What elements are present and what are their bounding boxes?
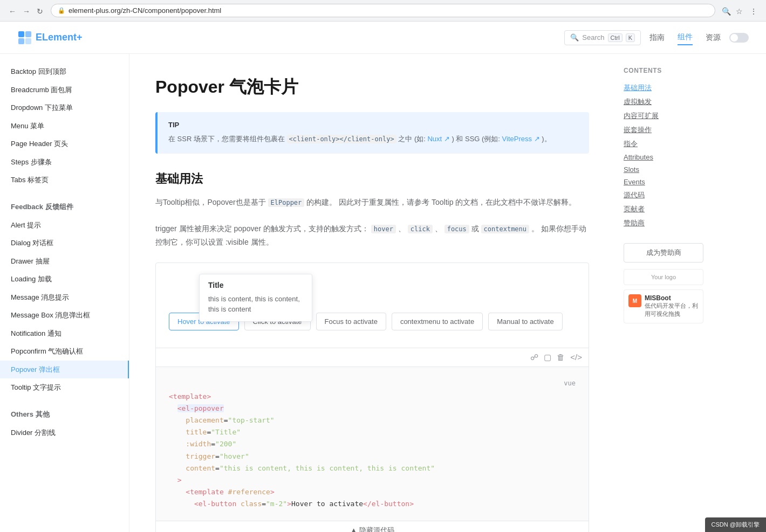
- nav-item-components[interactable]: 组件: [678, 30, 693, 45]
- sidebar-item-tabs[interactable]: Tabs 标签页: [0, 171, 129, 189]
- sidebar-item-popconfirm[interactable]: Popconfirm 气泡确认框: [0, 342, 129, 361]
- theme-toggle[interactable]: [729, 33, 749, 43]
- nav-item-guide[interactable]: 指南: [649, 31, 665, 45]
- become-sponsor-button[interactable]: 成为赞助商: [624, 243, 703, 262]
- sidebar-item-breadcrumb[interactable]: Breadcrumb 面包屑: [0, 81, 129, 99]
- toc-item-directive[interactable]: 指令: [624, 137, 703, 151]
- search-kbd-k: K: [626, 33, 635, 42]
- sponsor-name: MISBoot: [645, 294, 699, 302]
- forward-icon[interactable]: →: [23, 7, 30, 15]
- toc-item-source[interactable]: 源代码: [624, 188, 703, 202]
- bookmark-icon[interactable]: ☆: [736, 7, 743, 15]
- sidebar: Backtop 回到顶部 Breadcrumb 面包屑 Dropdown 下拉菜…: [0, 54, 129, 532]
- svg-rect-2: [18, 38, 24, 44]
- main-content: Popover 气泡卡片 TIP 在 SSR 场景下，您需要将组件包裹在 <cl…: [129, 54, 615, 532]
- sidebar-item-notification[interactable]: Notification 通知: [0, 324, 129, 343]
- copy-icon[interactable]: ▢: [544, 353, 551, 362]
- logo-text: ELement+: [36, 32, 83, 43]
- search-icon: 🔍: [570, 33, 579, 42]
- nav-item-resources[interactable]: 资源: [706, 31, 721, 45]
- section1-code-click: click: [408, 225, 433, 233]
- logo-area[interactable]: ELement+: [17, 30, 83, 45]
- popover-popup: Title this is content, this is content, …: [199, 274, 312, 322]
- sidebar-item-popover[interactable]: Popover 弹出框: [0, 361, 129, 379]
- sponsor-icon-misboot: M: [628, 294, 641, 307]
- url-bar[interactable]: 🔒 element-plus.org/zh-CN/component/popov…: [51, 4, 715, 17]
- code-lang-badge: vue: [169, 378, 576, 389]
- tip-link-nuxt[interactable]: Nuxt ↗: [427, 135, 449, 143]
- sidebar-item-loading[interactable]: Loading 加载: [0, 270, 129, 288]
- section1-desc: 与Tooltip相似，Popover也是基于 ElPopper 的构建。 因此对…: [155, 196, 589, 209]
- menu-icon[interactable]: ⋮: [750, 7, 757, 15]
- search-bar[interactable]: 🔍 Search Ctrl K: [564, 30, 641, 45]
- toc-title: CONTENTS: [624, 67, 703, 74]
- tip-text-middle2: ) 和 SSG (例如:: [452, 135, 502, 143]
- delete-icon[interactable]: 🗑: [557, 353, 565, 362]
- csdn-badge: CSDN @卸载引擎: [712, 521, 760, 528]
- section1-desc-part1: 与Tooltip相似，Popover也是基于: [155, 198, 268, 206]
- logo-icon: [17, 30, 32, 45]
- url-text: element-plus.org/zh-CN/component/popover…: [69, 6, 221, 15]
- tip-code1: <client-only></client-only>: [287, 135, 396, 143]
- sidebar-item-dialog[interactable]: Dialog 对话框: [0, 234, 129, 252]
- section1-desc2-text: trigger 属性被用来决定 popover 的触发方式，支持的触发方式：: [155, 224, 371, 233]
- toc-item-slots[interactable]: Slots: [624, 163, 703, 176]
- toc-item-events[interactable]: Events: [624, 176, 703, 188]
- demo-area: Title this is content, this is content, …: [155, 262, 589, 532]
- sidebar-item-messagebox[interactable]: Message Box 消息弹出框: [0, 306, 129, 324]
- toc-item-content[interactable]: 内容可扩展: [624, 109, 703, 123]
- toc-item-sponsors[interactable]: 赞助商: [624, 216, 703, 230]
- sponsor-desc: 低代码开发平台，利用可视化拖拽: [645, 302, 699, 319]
- sidebar-item-dropdown[interactable]: Dropdown 下拉菜单: [0, 99, 129, 117]
- toc-item-attributes[interactable]: Attributes: [624, 151, 703, 163]
- sidebar-item-alert[interactable]: Alert 提示: [0, 216, 129, 234]
- toc-item-basic[interactable]: 基础用法: [624, 81, 703, 95]
- toc-item-nested[interactable]: 嵌套操作: [624, 123, 703, 137]
- tip-label: TIP: [168, 121, 578, 129]
- popover-title: Title: [208, 281, 303, 289]
- section1-desc2: trigger 属性被用来决定 popover 的触发方式，支持的触发方式： h…: [155, 222, 589, 249]
- code-icon[interactable]: </>: [570, 353, 582, 362]
- zoom-icon[interactable]: 🔍: [722, 7, 729, 15]
- section1-code: ElPopper: [268, 198, 305, 207]
- code-toolbar: ☍ ▢ 🗑 </>: [156, 348, 589, 367]
- sidebar-group-feedback: Feedback 反馈组件 Alert 提示 Dialog 对话框 Drawer…: [0, 198, 129, 397]
- section1-code-hover: hover: [371, 225, 396, 233]
- code-block: <template> <el-popover placement="top-st…: [169, 391, 576, 510]
- search-label: Search: [582, 33, 604, 42]
- code-area: vue <template> <el-popover placement="to…: [156, 367, 589, 521]
- page-layout: Backtop 回到顶部 Breadcrumb 面包屑 Dropdown 下拉菜…: [0, 54, 766, 532]
- hide-code-label: 隐藏源代码: [359, 526, 394, 532]
- tip-text-middle: 之中 (如:: [398, 135, 427, 143]
- section1-title: 基础用法: [155, 171, 589, 187]
- sidebar-item-message[interactable]: Message 消息提示: [0, 288, 129, 307]
- svg-rect-3: [25, 38, 31, 44]
- sidebar-item-steps[interactable]: Steps 步骤条: [0, 153, 129, 171]
- tip-content: 在 SSR 场景下，您需要将组件包裹在 <client-only></clien…: [168, 133, 578, 145]
- tip-text-prefix: 在 SSR 场景下，您需要将组件包裹在: [168, 135, 287, 143]
- copy-raw-icon[interactable]: ☍: [530, 353, 538, 362]
- sponsor-info: MISBoot 低代码开发平台，利用可视化拖拽: [645, 294, 699, 319]
- sponsor-card-misboot[interactable]: M MISBoot 低代码开发平台，利用可视化拖拽: [624, 289, 703, 323]
- sidebar-item-backtop[interactable]: Backtop 回到顶部: [0, 63, 129, 81]
- btn-contextmenu[interactable]: contextmenu to activate: [392, 313, 483, 330]
- popover-content: this is content, this is content, this i…: [208, 294, 303, 315]
- tip-link-vitepress[interactable]: VitePress ↗: [502, 135, 540, 143]
- code-footer[interactable]: ▲ 隐藏源代码: [156, 521, 589, 532]
- btn-manual[interactable]: Manual to activate: [488, 313, 563, 330]
- theme-toggle-switch[interactable]: [729, 33, 749, 43]
- sidebar-item-menu[interactable]: Menu 菜单: [0, 117, 129, 135]
- sidebar-item-tooltip[interactable]: Tooltip 文字提示: [0, 378, 129, 397]
- bottom-ads: CSDN @卸载引擎: [705, 517, 766, 532]
- hide-code-icon: ▲: [350, 526, 357, 532]
- back-icon[interactable]: ←: [9, 7, 16, 15]
- sidebar-item-drawer[interactable]: Drawer 抽屉: [0, 252, 129, 271]
- btn-focus[interactable]: Focus to activate: [316, 313, 386, 330]
- sidebar-item-divider[interactable]: Divider 分割线: [0, 424, 129, 442]
- toc-item-contributors[interactable]: 页献者: [624, 202, 703, 216]
- sep2: 、: [435, 224, 444, 233]
- sidebar-item-pageheader[interactable]: Page Header 页头: [0, 135, 129, 153]
- sponsor-vuejs-logo: Your logo: [624, 269, 703, 285]
- toc-item-virtual[interactable]: 虚拟触发: [624, 95, 703, 109]
- refresh-icon[interactable]: ↻: [37, 7, 44, 15]
